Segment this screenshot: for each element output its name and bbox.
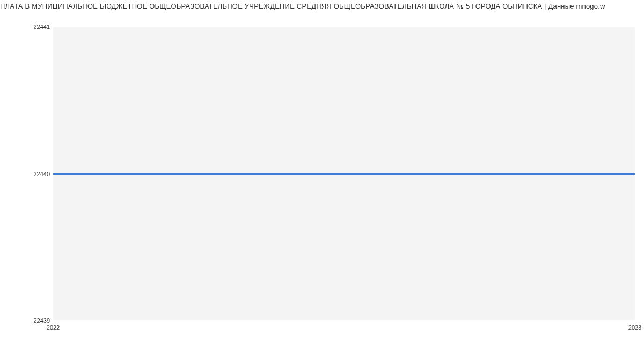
gridline (53, 27, 635, 27)
x-axis-tick-label: 2023 (628, 324, 641, 331)
data-series-line (53, 173, 635, 174)
plot-area (53, 27, 635, 321)
chart-title: ПЛАТА В МУНИЦИПАЛЬНОЕ БЮДЖЕТНОЕ ОБЩЕОБРА… (0, 2, 644, 10)
y-axis-tick-label: 22441 (33, 24, 50, 30)
y-axis-tick-label: 22439 (33, 317, 50, 324)
gridline (53, 320, 635, 321)
y-axis-tick-label: 22440 (33, 171, 50, 177)
x-axis-tick-label: 2022 (47, 324, 60, 331)
